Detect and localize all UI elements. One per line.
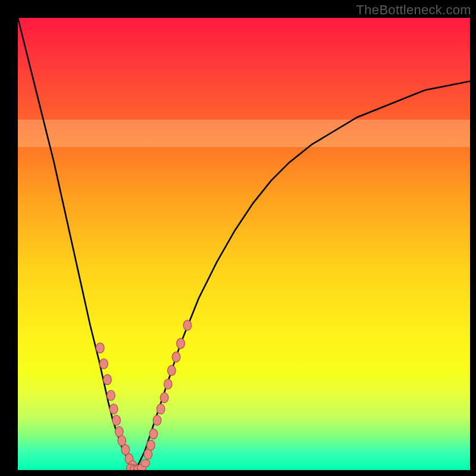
bead-marker	[115, 427, 123, 437]
bead-marker	[156, 404, 165, 414]
bead-marker	[164, 379, 173, 389]
bead-marker	[107, 390, 115, 400]
bead-marker	[104, 375, 112, 385]
bead-marker	[100, 359, 108, 369]
bead-marker	[183, 320, 192, 330]
bead-marker	[109, 404, 118, 414]
curve-layer	[18, 18, 470, 470]
plot-area	[18, 18, 470, 470]
bead-marker	[112, 415, 121, 425]
bead-marker	[141, 459, 150, 466]
bead-marker	[177, 339, 185, 349]
curve-right-branch	[136, 81, 470, 470]
bead-marker	[160, 393, 168, 403]
bead-marker	[153, 415, 161, 425]
chart-frame: TheBottleneck.com	[0, 0, 476, 476]
bead-marker	[147, 440, 155, 450]
watermark-text: TheBottleneck.com	[356, 2, 471, 18]
bead-markers	[96, 320, 192, 470]
bead-marker	[96, 343, 105, 353]
bead-marker	[172, 352, 180, 362]
bead-marker	[149, 429, 158, 439]
bead-marker	[118, 436, 126, 446]
bead-marker	[144, 449, 152, 459]
bead-marker	[121, 444, 130, 455]
bead-marker	[168, 365, 176, 375]
curve-left-branch	[18, 18, 136, 470]
